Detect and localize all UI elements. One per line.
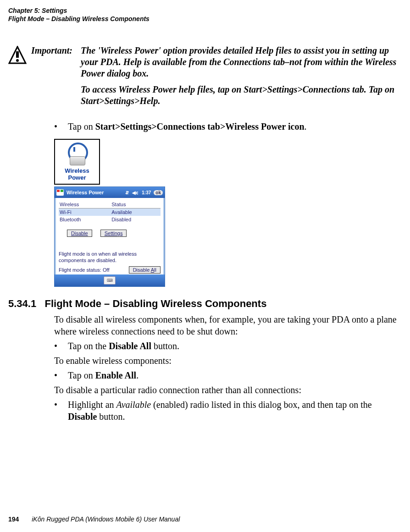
b2-post: . — [136, 370, 139, 380]
important-label: Important: — [31, 45, 81, 56]
section-title: Flight Mode – Disabling Wireless Compone… — [45, 298, 267, 309]
signal-icon[interactable]: ⇵ — [125, 190, 129, 195]
table-row[interactable]: Wi-Fi Available — [59, 208, 161, 216]
b1-bold: Disable All — [109, 341, 151, 351]
bullet-enable-all: • Tap on Enable All. — [54, 369, 402, 381]
instruction-period: . — [305, 121, 307, 132]
bullet-icon: • — [54, 340, 68, 352]
bullet-icon: • — [54, 399, 68, 411]
wireless-power-icon — [66, 143, 88, 165]
page-footer: 194 iKôn Rugged PDA (Windows Mobile 6) U… — [8, 516, 180, 523]
pda-tray: ⇵ ◀ϵ 1:37 — [123, 190, 151, 195]
b2-bold: Enable All — [95, 370, 136, 380]
settings-button-label: Settings — [105, 230, 123, 236]
b1-pre: Tap on the — [68, 341, 109, 351]
manual-title: iKôn Rugged PDA (Windows Mobile 6) User … — [32, 516, 180, 523]
page-header: Chapter 5: Settings Flight Mode – Disabl… — [8, 6, 402, 23]
disable-all-button[interactable]: Disable All — [129, 266, 161, 274]
flight-mode-note: Flight mode is on when all wireless comp… — [59, 251, 161, 263]
section-para-2: To enable wireless components: — [54, 355, 402, 367]
section-para-1: To disable all wireless components when,… — [54, 313, 402, 337]
warning-icon — [8, 46, 27, 71]
important-body-2: To access Wireless Power help files, tap… — [81, 84, 410, 107]
pda-title-text: Wireless Power — [66, 190, 104, 195]
wireless-power-icon-box: Wireless Power — [54, 139, 100, 185]
section-number: 5.34.1 — [8, 298, 36, 309]
disable-button[interactable]: Disable — [67, 230, 92, 237]
row-name: Bluetooth — [59, 216, 111, 223]
important-note: Important:The 'Wireless Power' option pr… — [8, 45, 402, 79]
instruction-bullet: • Tap on Start>Settings>Connections tab>… — [54, 121, 402, 132]
b2-pre: Tap on — [68, 370, 95, 380]
b3-mid: (enabled) radio listed in this dialog bo… — [151, 400, 372, 410]
instruction-prefix: Tap on — [68, 121, 95, 132]
instruction-text: Tap on Start>Settings>Connections tab>Wi… — [68, 121, 307, 132]
pda-bottom-bar: ⌨ — [55, 274, 165, 286]
table-row[interactable]: Bluetooth Disabled — [59, 216, 161, 223]
ok-button[interactable]: ok — [154, 190, 163, 195]
b3-bold: Disable — [68, 411, 97, 422]
svg-rect-1 — [16, 51, 19, 58]
wireless-table: Wireless Status Wi-Fi Available Bluetoot… — [59, 201, 161, 223]
wp-icon-label-2: Power — [65, 174, 89, 181]
instruction-path: Start>Settings>Connections tab>Wireless … — [95, 121, 305, 132]
header-chapter: Chapter 5: Settings — [8, 6, 402, 15]
b3-italic: Available — [116, 400, 151, 410]
header-section: Flight Mode – Disabling Wireless Compone… — [8, 15, 402, 23]
section-para-3: To disable a particular radio connection… — [54, 384, 402, 396]
bullet-disable-all: • Tap on the Disable All button. — [54, 340, 402, 352]
start-flag-icon[interactable] — [56, 189, 64, 196]
disable-all-underline: A — [151, 267, 154, 273]
clock-text[interactable]: 1:37 — [142, 190, 151, 195]
col-status[interactable]: Status — [111, 201, 161, 208]
pda-title-bar: Wireless Power ⇵ ◀ϵ 1:37 ok — [55, 187, 165, 198]
section-heading: 5.34.1 Flight Mode – Disabling Wireless … — [8, 298, 402, 310]
bullet-icon: • — [54, 121, 68, 132]
b3-pre: Highlight an — [68, 400, 116, 410]
disable-button-label: Disable — [71, 230, 88, 236]
disable-all-post: ll — [154, 267, 156, 273]
settings-button[interactable]: Settings — [100, 230, 127, 237]
b1-post: button. — [151, 341, 179, 351]
sound-icon[interactable]: ◀ϵ — [132, 190, 139, 195]
flight-mode-status: Flight mode status: Off — [59, 267, 109, 273]
pda-screenshot: Wireless Power ⇵ ◀ϵ 1:37 ok Wireless Sta… — [54, 186, 165, 287]
bullet-disable-one: • Highlight an Available (enabled) radio… — [54, 399, 402, 422]
important-body-1: The 'Wireless Power' option provides det… — [81, 45, 402, 79]
wp-icon-label-1: Wireless — [65, 167, 89, 174]
bullet-icon: • — [54, 369, 68, 381]
row-name: Wi-Fi — [59, 208, 111, 216]
page-number: 194 — [8, 516, 19, 523]
keyboard-icon[interactable]: ⌨ — [104, 276, 116, 285]
col-wireless[interactable]: Wireless — [59, 201, 111, 208]
row-status: Disabled — [111, 216, 161, 223]
svg-point-2 — [16, 59, 19, 62]
disable-all-pre: Disable — [133, 267, 151, 273]
b3-post: button. — [97, 411, 125, 422]
row-status: Available — [111, 208, 161, 216]
